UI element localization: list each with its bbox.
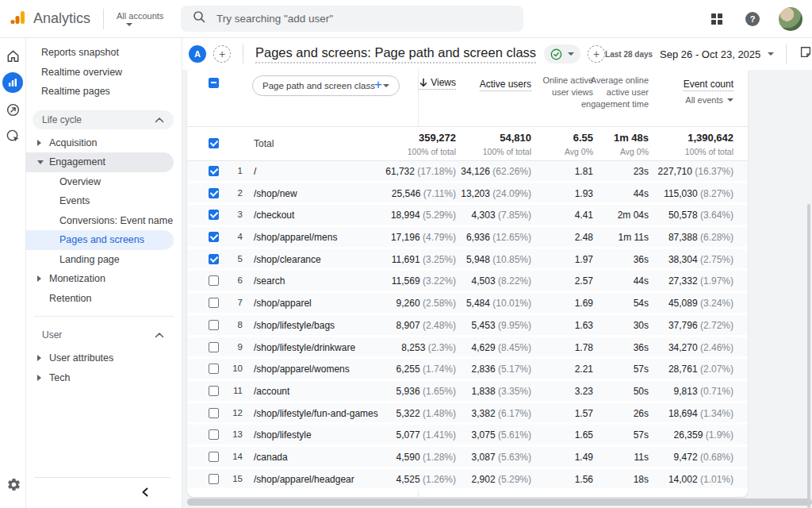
apps-grid-icon[interactable]	[707, 10, 726, 29]
admin-gear-icon[interactable]	[4, 475, 23, 494]
row-page-path: /shop/lifestyle	[254, 429, 312, 441]
chevron-down-icon	[768, 52, 774, 56]
home-icon[interactable]	[3, 46, 22, 65]
sidebar-item-monetization[interactable]: Monetization	[26, 269, 174, 289]
divider	[34, 477, 170, 478]
row-checkbox[interactable]	[209, 275, 219, 286]
sidebar-item-pages-and-screens[interactable]: Pages and screens	[26, 230, 174, 250]
row-checkbox[interactable]	[209, 474, 219, 484]
row-checkbox[interactable]	[209, 254, 219, 264]
sidebar-item-overview[interactable]: Overview	[26, 172, 174, 192]
column-header-active-users[interactable]: Active users	[480, 79, 531, 91]
row-checkbox[interactable]	[209, 386, 219, 396]
sidebar-item-acquisition[interactable]: Acquisition	[26, 133, 174, 153]
nav-section-life-cycle[interactable]: Life cycle	[33, 110, 174, 129]
reports-nav-icon[interactable]	[2, 72, 23, 93]
row-event-count: 9,472 (0.68%)	[615, 452, 733, 463]
report-title[interactable]: Pages and screens: Page path and screen …	[255, 45, 536, 64]
user-avatar[interactable]	[779, 7, 802, 31]
row-checkbox[interactable]	[209, 408, 219, 418]
chevron-down-icon	[126, 23, 132, 26]
sort-descending-icon	[419, 78, 428, 87]
table-row: 5 /shop/clearance 11,691 (3.25%) 5,948 (…	[187, 249, 748, 271]
row-checkbox[interactable]	[209, 188, 219, 198]
date-range-picker[interactable]: Last 28 days Sep 26 - Oct 23, 2025	[605, 48, 774, 60]
add-comparison-button[interactable]: +	[213, 45, 231, 63]
help-icon[interactable]: ?	[743, 10, 762, 29]
notes-icon[interactable]	[799, 45, 812, 63]
chevron-down-icon	[383, 84, 389, 87]
sidebar-item-engagement[interactable]: Engagement	[26, 152, 174, 172]
chevron-collapsed-icon[interactable]	[37, 355, 41, 361]
chevron-collapsed-icon[interactable]	[37, 375, 41, 381]
row-page-path: /shop/new	[254, 188, 297, 199]
row-event-count: 27,332 (1.97%)	[615, 275, 733, 287]
row-checkbox[interactable]	[209, 298, 219, 308]
sidebar-item-reports-snapshot[interactable]: Reports snapshot	[26, 43, 174, 63]
collapse-sidebar-icon[interactable]	[137, 484, 153, 500]
table-row: 4 /shop/apparel/mens 17,196 (4.79%) 6,93…	[187, 227, 748, 249]
chevron-collapsed-icon[interactable]	[37, 275, 41, 282]
column-header-views[interactable]: Views	[419, 77, 456, 90]
table-header: Page path and screen class + Views	[187, 70, 748, 127]
horizontal-scrollbar[interactable]	[187, 498, 812, 506]
total-row-checkbox[interactable]	[209, 138, 219, 148]
row-event-count: 28,761 (2.07%)	[615, 364, 733, 375]
sidebar-item-tech[interactable]: Tech	[26, 368, 174, 388]
row-number: 2	[227, 188, 243, 198]
report-status-badge[interactable]	[544, 44, 580, 64]
row-checkbox[interactable]	[209, 429, 219, 440]
column-header-event-count[interactable]: Event count	[684, 79, 733, 91]
table-row: 9 /shop/lifestyle/drinkware 8,253 (2.3%)…	[187, 337, 748, 360]
vertical-scrollbar[interactable]	[807, 204, 810, 508]
sidebar-item-user-attributes[interactable]: User attributes	[26, 348, 174, 368]
table-row: 2 /shop/new 25,546 (7.11%) 13,203 (24.09…	[187, 183, 748, 206]
table-row: 12 /shop/lifestyle/fun-and-games 5,322 (…	[187, 403, 748, 425]
table-row: 8 /shop/lifestyle/bags 8,907 (2.48%) 5,4…	[187, 315, 748, 337]
event-filter-dropdown[interactable]: All events	[685, 95, 733, 105]
customize-report-button[interactable]: +	[588, 45, 605, 63]
row-number: 5	[227, 254, 243, 264]
row-checkbox[interactable]	[209, 210, 219, 220]
row-checkbox[interactable]	[209, 452, 219, 462]
sidebar-item-conversions-event-name[interactable]: Conversions: Event name	[26, 211, 174, 231]
sidebar-item-landing-page[interactable]: Landing page	[26, 250, 174, 270]
sidebar-item-realtime-overview[interactable]: Realtime overview	[26, 63, 174, 83]
app-title: Analytics	[33, 10, 90, 27]
nav-section-user[interactable]: User	[33, 325, 174, 344]
row-number: 6	[227, 275, 243, 285]
column-header-avg-engagement-time[interactable]: Average online active user engagement ti…	[580, 75, 649, 110]
row-checkbox[interactable]	[209, 320, 219, 330]
sidebar-item-realtime-pages[interactable]: Realtime pages	[26, 82, 174, 102]
row-checkbox[interactable]	[209, 342, 219, 352]
divider	[243, 44, 243, 64]
row-number: 8	[227, 320, 243, 329]
sidebar-item-events[interactable]: Events	[26, 191, 174, 211]
row-checkbox[interactable]	[209, 232, 219, 242]
row-event-count: 50,578 (3.64%)	[615, 210, 733, 221]
date-range-value: Sep 26 - Oct 23, 2025	[660, 48, 760, 60]
top-app-bar: Analytics All accounts ?	[0, 0, 812, 38]
icon-rail	[0, 38, 26, 508]
search-input[interactable]	[216, 13, 511, 25]
global-search[interactable]	[181, 6, 523, 32]
chevron-down-icon	[568, 52, 574, 56]
row-page-path: /search	[254, 275, 285, 287]
explore-nav-icon[interactable]	[3, 100, 22, 119]
divider	[34, 316, 174, 317]
row-number: 3	[227, 210, 243, 219]
sidebar-item-retention[interactable]: Retention	[26, 289, 174, 309]
property-badge[interactable]: A	[189, 45, 206, 63]
row-number: 9	[227, 342, 243, 352]
account-switcher[interactable]: All accounts	[117, 11, 163, 26]
row-checkbox[interactable]	[209, 364, 219, 374]
report-area: Page path and screen class + Views	[182, 70, 812, 508]
chevron-expanded-icon[interactable]	[37, 160, 44, 164]
table-row: 14 /canada 4,590 (1.28%) 3,087 (5.63%) 1…	[187, 447, 748, 469]
row-checkbox[interactable]	[209, 166, 219, 176]
chevron-collapsed-icon[interactable]	[37, 140, 41, 146]
row-number: 12	[227, 408, 243, 418]
advertising-nav-icon[interactable]	[3, 126, 22, 145]
select-all-checkbox[interactable]	[209, 78, 219, 88]
add-dimension-button[interactable]: +	[374, 77, 382, 93]
